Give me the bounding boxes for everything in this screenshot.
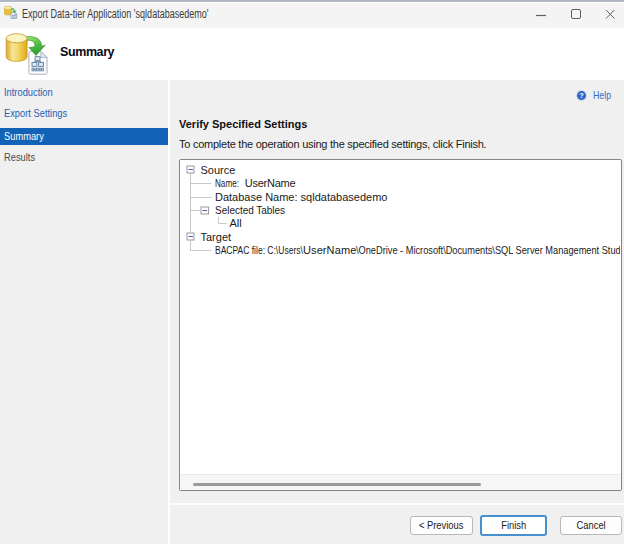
- svg-text:UserName: UserName: [303, 244, 356, 256]
- svg-text:Name:: Name:: [215, 177, 239, 190]
- svg-text:\OneDrive - Microsoft\Document: \OneDrive - Microsoft\Documents\SQL Serv…: [356, 244, 620, 256]
- svg-text:All: All: [230, 217, 242, 229]
- svg-text:Source: Source: [201, 164, 236, 176]
- svg-text:Selected Tables: Selected Tables: [215, 205, 285, 217]
- svg-text:Target: Target: [201, 231, 232, 243]
- svg-text:BACPAC file: C:\Users\: BACPAC file: C:\Users\: [215, 244, 303, 256]
- svg-text:?: ?: [579, 91, 584, 100]
- svg-text:Database Name: sqldatabasedemo: Database Name: sqldatabasedemo: [215, 191, 387, 203]
- svg-text:UserName: UserName: [245, 177, 296, 189]
